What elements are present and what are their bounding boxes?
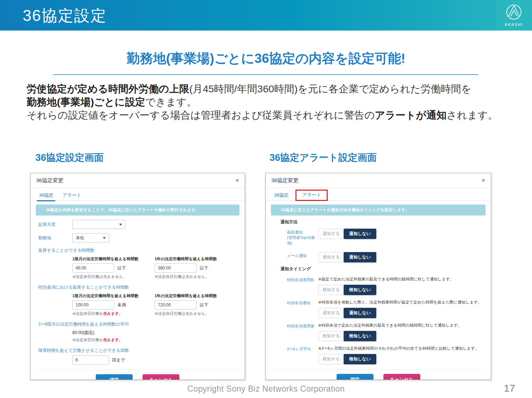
cancel-button[interactable]: キャンセル <box>383 374 420 380</box>
special-notice-off-option[interactable]: 通知しない <box>344 308 376 318</box>
special-monthly-note-red: 含みます。 <box>103 311 123 316</box>
start-month-select[interactable] <box>72 220 126 229</box>
before-special-off-option[interactable]: 検知しない <box>344 285 376 295</box>
section-extendable-hours: 1箇月の法定労働時間を超える時間数 以下 ※法定休日労働は含みません。 1年の法… <box>72 256 237 279</box>
close-icon[interactable]: × <box>235 177 239 184</box>
special-notice-note: ※特別条項を発動した際と、法定外残業時間が協定で定めた時間を超えた際に通知します… <box>318 300 482 304</box>
akashi-logo-label: AKASHI <box>505 22 523 27</box>
page-number: 17 <box>504 383 515 394</box>
mail-notify-label-line1: メール通知 <box>287 253 307 258</box>
notify-method-row-mail: メール通知 通知する 通知しない <box>272 252 484 262</box>
headline: 勤務地(事業場)ごとに36協定の内容を設定可能! <box>0 50 532 67</box>
special-monthly-column: 1箇月の法定労働時間を超える時間数 未満 ※法定休日労働を含みます。 <box>72 293 143 316</box>
dialog-buttons: 確定 キャンセル <box>31 374 245 380</box>
intro-line2-rest: できます。 <box>145 96 197 108</box>
extend-yearly-input[interactable] <box>155 263 196 273</box>
special-monthly-suffix: 未満 <box>117 302 126 308</box>
section-average-heading: 2〜6箇月の法定労働時間を超える時間数の平均 <box>38 321 237 327</box>
extend-monthly-label: 1箇月の法定労働時間を超える時間数 <box>72 256 143 262</box>
tab-36-agreement[interactable]: 36協定 <box>272 191 290 201</box>
extend-yearly-suffix: 以下 <box>200 265 208 271</box>
footer-divider <box>271 369 485 370</box>
footer-divider <box>36 370 239 370</box>
section-special-clause-heading: 特別条項における延長することができる時間数 <box>38 284 237 290</box>
after-special-note: ※特別条項で定めた法定外残業の延長できる時間の残時間に対して通知します。 <box>318 323 462 327</box>
cancel-button[interactable]: キャンセル <box>143 374 179 380</box>
dialog-36-agreement-settings: 36協定変更 × 36協定 アラート 36協定の内容を設定することで、36協定に… <box>30 173 245 380</box>
special-yearly-row: 以下 <box>155 300 226 310</box>
mail-notify-off-option[interactable]: 通知しない <box>344 252 376 262</box>
notify-method-row-screen: 画面通知 (管理者Top/出勤簿) 通知する 通知しない <box>272 229 484 246</box>
after-special-on-option[interactable]: 検知する <box>318 331 344 341</box>
intro-line1-bold: 労使協定が定める時間外労働の上限 <box>27 83 189 94</box>
intro-line3-pre: それらの設定値をオーバーする場合は管理者および従業員それぞれに警告の <box>27 109 375 121</box>
special-monthly-input[interactable] <box>72 300 114 310</box>
mail-notify-on-option[interactable]: 通知する <box>318 252 344 262</box>
after-special-content: ※特別条項で定めた法定外残業の延長できる時間の残時間に対して通知します。 検知す… <box>318 323 484 341</box>
intro-paragraph: 労使協定が定める時間外労働の上限(月45時間/年間360時間)を元に各企業で定め… <box>27 82 516 122</box>
average-2to6-content: ※2〜6ヶ月間の法定外残業時間のそれぞれの平均の全てを80時間と比較して通知しま… <box>318 346 484 364</box>
slide-header: 36協定設定 AKASHI <box>0 0 532 31</box>
screen-notify-label-line1: 画面通知 <box>287 230 303 234</box>
extend-monthly-input[interactable] <box>72 263 114 273</box>
dialog-buttons: 確定 キャンセル <box>266 374 491 380</box>
field-start-month: 起算月度 <box>38 220 237 229</box>
section-average: 80:00(固定) ※法定休日労働を含みます。 <box>72 330 237 343</box>
special-notice-label: 特別条項通知 <box>287 300 318 306</box>
slide-page: 36協定設定 AKASHI 勤務地(事業場)ごとに36協定の内容を設定可能! 労… <box>0 0 532 398</box>
after-special-off-option[interactable]: 検知しない <box>344 331 376 341</box>
dialog-titlebar: 36協定変更 × <box>266 173 491 188</box>
screen-notify-on-option[interactable]: 通知する <box>318 229 344 239</box>
extend-yearly-column: 1年の法定労働時間を超える時間数 以下 ※法定休日労働は含みません。 <box>155 256 226 279</box>
screen-notify-toggle: 通知する 通知しない <box>318 229 376 239</box>
after-special-label: 特別条項適用後 <box>287 323 318 329</box>
average-2to6-note: ※2〜6ヶ月間の法定外残業時間のそれぞれの平均の全てを80時間と比較して通知しま… <box>318 346 479 350</box>
extend-monthly-row: 以下 <box>72 263 143 273</box>
confirm-button[interactable]: 確定 <box>337 374 373 380</box>
headline-divider <box>53 74 478 75</box>
dialog-tabs: 36協定 アラート <box>266 188 491 201</box>
special-yearly-column: 1年の法定労働時間を超える時間数 以下 ※法定休日労働は含みません。 <box>155 293 226 316</box>
info-banner: 36協定の内容を設定することで、36協定に応じたアラートや集計が実行されます。 <box>36 205 239 216</box>
akashi-logo: AKASHI <box>496 0 532 31</box>
limit-count-suffix: 回まで <box>112 357 125 363</box>
intro-line3-post: されます。 <box>447 109 498 121</box>
special-monthly-note: ※法定休日労働を含みます。 <box>72 311 143 316</box>
before-special-toggle: 検知する 検知しない <box>318 285 484 295</box>
special-monthly-row: 未満 <box>72 300 143 310</box>
info-banner: 36協定に応じたアラートの通知方法や通知タイミングを設定します。 <box>271 205 486 216</box>
timing-row-average: 2〜6ヶ月平均 ※2〜6ヶ月間の法定外残業時間のそれぞれの平均の全てを80時間と… <box>272 346 484 364</box>
dialog-title: 36協定変更 <box>271 177 299 184</box>
extend-monthly-note: ※法定休日労働は含みません。 <box>72 274 143 279</box>
average-2to6-on-option[interactable]: 検知する <box>318 354 344 364</box>
dialog-36-agreement-alert-settings: 36協定変更 × 36協定 アラート 36協定に応じたアラートの通知方法や通知タ… <box>265 173 491 380</box>
notify-method-heading: 通知方法 <box>272 219 484 225</box>
before-special-on-option[interactable]: 検知する <box>318 285 344 295</box>
tab-36-agreement[interactable]: 36協定 <box>37 191 55 201</box>
chevron-down-icon <box>119 224 122 225</box>
average-2to6-label: 2〜6ヶ月平均 <box>287 346 318 352</box>
work-location-value: 本社 <box>76 235 84 241</box>
tab-alert-highlighted[interactable]: アラート <box>295 190 328 201</box>
section-limit-count: 回まで <box>72 355 237 365</box>
intro-line2-bold: 勤務地(事業場)ごとに設定 <box>27 96 145 108</box>
before-special-label: 特別条項適用前 <box>287 277 318 283</box>
before-special-note: ※協定で定めた法定外残業の延長できる時間の残時間に対して通知します。 <box>318 277 454 281</box>
average-2to6-off-option[interactable]: 検知しない <box>344 354 376 364</box>
work-location-select[interactable]: 本社 <box>72 233 109 242</box>
section-extendable-hours-heading: 延長することができる時間数 <box>38 247 237 253</box>
timing-row-before-special: 特別条項適用前 ※協定で定めた法定外残業の延長できる時間の残時間に対して通知しま… <box>272 277 484 295</box>
screen-notify-off-option[interactable]: 通知しない <box>344 229 376 239</box>
close-icon[interactable]: × <box>481 177 485 184</box>
special-yearly-note: ※法定休日労働は含みません。 <box>155 311 226 316</box>
confirm-button[interactable]: 確定 <box>96 374 133 380</box>
special-notice-on-option[interactable]: 通知する <box>318 308 344 318</box>
extend-yearly-label: 1年の法定労働時間を超える時間数 <box>155 256 226 262</box>
extend-yearly-note: ※法定休日労働は含みません。 <box>155 274 226 279</box>
special-yearly-label: 1年の法定労働時間を超える時間数 <box>155 293 226 299</box>
intro-line-3: それらの設定値をオーバーする場合は管理者および従業員それぞれに警告のアラートが通… <box>27 109 516 122</box>
special-yearly-input[interactable] <box>155 300 196 310</box>
limit-count-input[interactable] <box>72 355 109 365</box>
caption-settings-screen: 36協定設定画面 <box>35 151 104 164</box>
tab-alert[interactable]: アラート <box>60 191 83 201</box>
